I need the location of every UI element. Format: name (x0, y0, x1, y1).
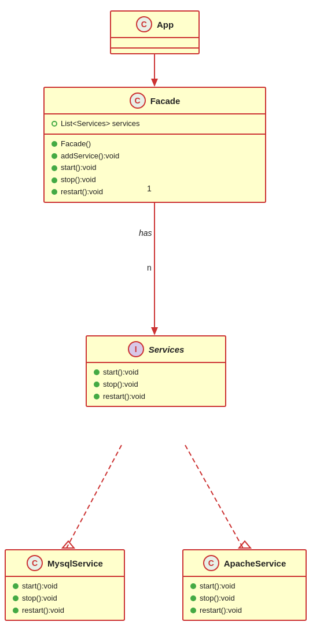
apacheservice-method-start: start():void (190, 580, 299, 593)
apacheservice-stereotype-circle: C (203, 555, 219, 571)
mysqlservice-method-start: start():void (13, 580, 117, 593)
facade-attributes-section: List<Services> services (45, 114, 265, 135)
app-class-name: App (157, 20, 174, 29)
facade-class-header: C Facade (45, 88, 265, 114)
mysqlservice-class-box: C MysqlService start():void stop():void … (5, 549, 125, 621)
facade-method-constructor-text: Facade() (61, 138, 91, 150)
facade-method-stop: stop():void (52, 174, 258, 186)
apacheservice-method-start-dot (190, 583, 196, 589)
services-method-restart-dot (94, 394, 100, 399)
mysqlservice-methods-section: start():void stop():void restart():void (6, 577, 124, 620)
mysqlservice-method-stop: stop():void (13, 593, 117, 605)
apacheservice-class-box: C ApacheService start():void stop():void… (182, 549, 307, 621)
services-method-stop-dot (94, 382, 100, 387)
facade-method-addservice: addService():void (52, 150, 258, 162)
facade-method-restart-dot (52, 189, 57, 195)
apacheservice-method-stop: stop():void (190, 593, 299, 605)
services-class-header: I Services (87, 336, 225, 363)
svg-marker-7 (239, 541, 251, 548)
svg-marker-1 (151, 79, 158, 87)
facade-method-stop-text: stop():void (61, 174, 96, 186)
apacheservice-method-restart: restart():void (190, 605, 299, 617)
mysqlservice-method-stop-dot (13, 595, 19, 601)
apacheservice-method-restart-text: restart():void (200, 605, 242, 617)
facade-method-start-text: start():void (61, 162, 96, 174)
app-class-header: C App (111, 12, 198, 37)
services-method-start: start():void (94, 367, 218, 379)
apacheservice-method-restart-dot (190, 608, 196, 613)
facade-stereotype-circle: C (130, 92, 146, 109)
mysqlservice-method-restart-text: restart():void (22, 605, 64, 617)
facade-method-addservice-text: addService():void (61, 150, 119, 162)
app-empty-section2 (111, 47, 198, 53)
services-method-start-text: start():void (103, 367, 138, 379)
facade-attr-services: List<Services> services (52, 118, 258, 130)
apacheservice-class-header: C ApacheService (183, 550, 306, 577)
mysqlservice-stereotype-circle: C (27, 555, 43, 571)
multiplicity-n-label: n (147, 263, 152, 272)
facade-method-start: start():void (52, 162, 258, 174)
mysqlservice-method-restart-dot (13, 608, 19, 613)
app-stereotype-circle: C (136, 16, 152, 32)
app-class-box: C App (110, 10, 200, 54)
facade-method-restart: restart():void (52, 186, 258, 198)
services-stereotype-circle: I (128, 341, 144, 357)
services-method-start-dot (94, 369, 100, 375)
mysqlservice-method-stop-text: stop():void (22, 593, 57, 605)
svg-line-6 (185, 445, 243, 548)
facade-method-restart-text: restart():void (61, 186, 103, 198)
facade-attr-services-visibility (52, 121, 57, 127)
facade-method-constructor-dot (52, 141, 57, 147)
association-has-label: has (139, 228, 152, 238)
facade-class-name: Facade (150, 96, 181, 106)
apacheservice-class-name: ApacheService (224, 558, 286, 568)
apacheservice-method-stop-text: stop():void (200, 593, 235, 605)
mysqlservice-class-header: C MysqlService (6, 550, 124, 577)
services-methods-section: start():void stop():void restart():void (87, 363, 225, 406)
mysqlservice-method-restart: restart():void (13, 605, 117, 617)
services-method-restart: restart():void (94, 391, 218, 403)
apacheservice-method-start-text: start():void (200, 580, 235, 593)
facade-method-addservice-dot (52, 153, 57, 159)
svg-marker-5 (62, 541, 74, 548)
svg-line-4 (67, 445, 122, 548)
apacheservice-method-stop-dot (190, 595, 196, 601)
mysqlservice-method-start-dot (13, 583, 19, 589)
facade-class-box: C Facade List<Services> services Facade(… (43, 87, 266, 203)
services-class-box: I Services start():void stop():void rest… (86, 335, 226, 407)
facade-methods-section: Facade() addService():void start():void … (45, 135, 265, 202)
services-method-stop-text: stop():void (103, 379, 138, 391)
app-empty-section (111, 37, 198, 47)
services-class-name: Services (149, 345, 185, 354)
facade-attr-services-text: List<Services> services (61, 118, 140, 130)
mysqlservice-class-name: MysqlService (47, 558, 103, 568)
facade-method-stop-dot (52, 177, 57, 183)
services-method-stop: stop():void (94, 379, 218, 391)
facade-method-start-dot (52, 165, 57, 171)
svg-marker-3 (151, 327, 158, 335)
services-method-restart-text: restart():void (103, 391, 145, 403)
facade-method-constructor: Facade() (52, 138, 258, 150)
diagram-container: C App C Facade List<Services> services F… (0, 0, 309, 644)
mysqlservice-method-start-text: start():void (22, 580, 57, 593)
multiplicity-1-label: 1 (147, 184, 152, 193)
apacheservice-methods-section: start():void stop():void restart():void (183, 577, 306, 620)
